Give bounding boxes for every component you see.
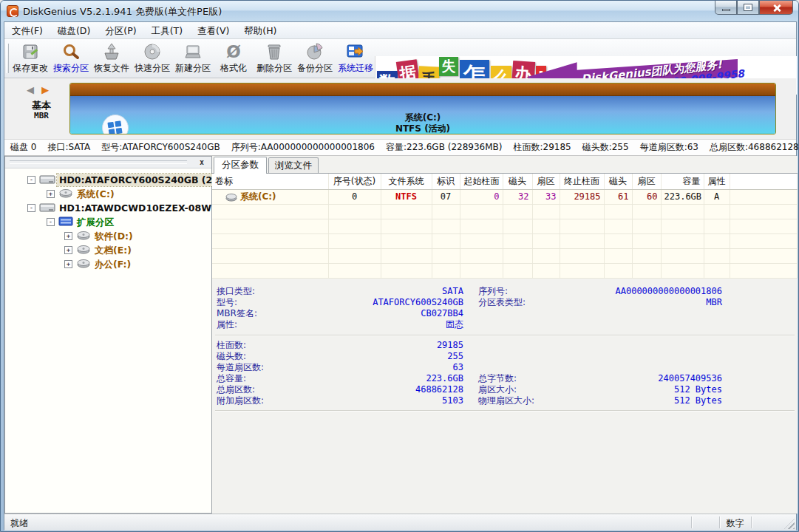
- partition-table: 卷标 序号(状态) 文件系统 标识 起始柱面 磁头 扇区 终止柱面 磁头 扇区 …: [212, 173, 798, 279]
- window-title: DiskGenius V5.2.1.941 免费版(单文件PE版): [23, 5, 222, 18]
- col-end-head[interactable]: 磁头: [604, 174, 632, 189]
- cell-id: 07: [432, 189, 460, 204]
- col-attr[interactable]: 属性: [704, 174, 730, 189]
- ad-tile: 失: [439, 57, 458, 76]
- partition-icon: [76, 230, 91, 244]
- search-partition-button[interactable]: 搜索分区: [51, 41, 91, 77]
- cell-volume[interactable]: 系统(C:): [212, 189, 328, 204]
- statusbar-separator: [719, 516, 720, 528]
- quick-partition-button[interactable]: 快速分区: [132, 41, 172, 77]
- expand-icon[interactable]: +: [64, 246, 72, 254]
- col-capacity[interactable]: 容量: [661, 174, 704, 189]
- partition-bar-label: 系统(C:) NTFS (活动) 223.6GB: [70, 112, 775, 134]
- delete-partition-button[interactable]: 删除分区: [254, 41, 294, 77]
- cell-attr: A: [704, 189, 730, 204]
- prev-disk-icon[interactable]: ◀: [27, 84, 36, 95]
- collapse-icon[interactable]: -: [47, 218, 55, 226]
- col-filesystem[interactable]: 文件系统: [381, 174, 432, 189]
- maximize-button[interactable]: [737, 1, 759, 15]
- new-partition-button[interactable]: 新建分区: [173, 41, 213, 77]
- menu-partition[interactable]: 分区(P): [98, 22, 143, 39]
- cell-end-head: 61: [604, 189, 632, 204]
- app-window: DiskGenius V5.2.1.941 免费版(单文件PE版) 文件(F) …: [0, 0, 799, 532]
- collapse-icon[interactable]: -: [27, 176, 35, 184]
- empty-row: [212, 233, 798, 248]
- expand-icon[interactable]: +: [47, 190, 55, 198]
- col-end-cyl[interactable]: 终止柱面: [560, 174, 604, 189]
- toolbar-grip[interactable]: [6, 44, 9, 73]
- menu-view[interactable]: 查看(V): [190, 22, 237, 39]
- backup-icon: [295, 42, 335, 63]
- tree-panel-header[interactable]: x: [5, 157, 211, 168]
- detail-label: 总容量:: [217, 373, 246, 384]
- panel-grip[interactable]: [10, 160, 187, 164]
- disk-icon: [39, 202, 55, 216]
- cd-icon: [132, 42, 172, 63]
- tree-item-hd0[interactable]: - HD0:ATAFORCY600S240GB (224GB): [5, 173, 211, 187]
- detail-panel: 分区参数 浏览文件 卷标 序号(状态) 文件系统 标识: [212, 156, 798, 514]
- tree-item-office-f[interactable]: + 办公(F:): [5, 257, 211, 271]
- col-end-sec[interactable]: 扇区: [632, 174, 661, 189]
- menu-help[interactable]: 帮助(H): [237, 22, 284, 39]
- col-id[interactable]: 标识: [432, 174, 460, 189]
- menu-disk[interactable]: 磁盘(D): [50, 22, 98, 39]
- format-button[interactable]: Ø 格式化: [214, 41, 254, 77]
- detail-value: 255: [447, 351, 463, 362]
- minimize-button[interactable]: [715, 1, 737, 15]
- table-row-system-c[interactable]: 系统(C:) 0 NTFS 07 0 32 33 29185 61 60 223…: [212, 189, 798, 204]
- detail-label: 物理扇区大小:: [478, 395, 534, 406]
- disk-graph-area: ◀ ▶ 基本 MBR 系统(C:) NTFS (活动) 223.6GB: [4, 78, 796, 139]
- col-index[interactable]: 序号(状态): [328, 174, 381, 189]
- detail-label: 扇区大小:: [478, 384, 517, 395]
- detail-value: MBR: [706, 297, 722, 308]
- close-icon: [772, 4, 781, 13]
- recover-files-button[interactable]: 恢复文件: [92, 41, 132, 77]
- menu-file[interactable]: 文件(F): [4, 22, 50, 39]
- disk-scheme-label: MBR: [18, 111, 65, 120]
- tree-item-documents-e[interactable]: + 文档(E:): [5, 243, 211, 257]
- collapse-icon[interactable]: -: [27, 204, 35, 212]
- partition-icon: [58, 188, 73, 202]
- expand-icon[interactable]: +: [64, 232, 72, 240]
- backup-partition-button[interactable]: 备份分区: [295, 41, 335, 77]
- col-volume[interactable]: 卷标: [212, 174, 328, 189]
- empty-row: [212, 204, 798, 219]
- title-bar[interactable]: DiskGenius V5.2.1.941 免费版(单文件PE版): [1, 1, 798, 21]
- disk-info-bar: 磁盘 0 接口:SATA 型号:ATAFORCY600S240GB 序列号:AA…: [4, 139, 796, 156]
- disk-cylinders: 柱面数:29185: [513, 141, 571, 154]
- tree-item-hd1[interactable]: - HD1:ATAWDCWD10EZEX-08W (932GB): [5, 201, 211, 215]
- save-changes-button[interactable]: 保存更改: [10, 41, 50, 77]
- system-migration-button[interactable]: 系统迁移: [336, 41, 375, 77]
- col-start-cyl[interactable]: 起始柱面: [460, 174, 503, 189]
- partition-bar-system-c[interactable]: 系统(C:) NTFS (活动) 223.6GB: [69, 83, 776, 134]
- panel-close-icon[interactable]: x: [197, 157, 207, 167]
- menu-tools[interactable]: 工具(T): [144, 22, 190, 39]
- disk-heads: 磁头数:255: [582, 141, 629, 154]
- partition-icon: [76, 244, 91, 258]
- input-mode-indicator: 数字: [722, 517, 748, 530]
- tree-item-software-d[interactable]: + 软件(D:): [5, 229, 211, 243]
- magnifier-icon: [51, 42, 91, 63]
- cell-start-sec: 33: [532, 189, 560, 204]
- tree-item-system-c[interactable]: + 系统(C:): [5, 187, 211, 201]
- empty-row: [212, 219, 798, 233]
- detail-label: 分区表类型:: [478, 297, 526, 308]
- col-filler: [730, 174, 798, 189]
- new-partition-icon: [173, 42, 213, 63]
- expand-icon[interactable]: +: [64, 260, 72, 268]
- detail-label: 接口类型:: [217, 286, 255, 297]
- cell-start-head: 32: [503, 189, 532, 204]
- col-start-head[interactable]: 磁头: [503, 174, 532, 189]
- maximize-icon: [744, 4, 752, 10]
- col-start-sec[interactable]: 扇区: [532, 174, 560, 189]
- detail-value: 63: [453, 362, 463, 373]
- next-disk-icon[interactable]: ▶: [41, 84, 51, 95]
- close-button[interactable]: [759, 1, 793, 15]
- tab-browse-files[interactable]: 浏览文件: [268, 157, 319, 173]
- format-icon: Ø: [214, 42, 254, 63]
- tab-partition-params[interactable]: 分区参数: [214, 157, 267, 174]
- tree-item-extended[interactable]: - 扩展分区: [5, 215, 211, 229]
- detail-value: 468862128: [415, 384, 463, 395]
- detail-value: ATAFORCY600S240GB: [373, 297, 463, 308]
- resize-grip[interactable]: [784, 519, 795, 529]
